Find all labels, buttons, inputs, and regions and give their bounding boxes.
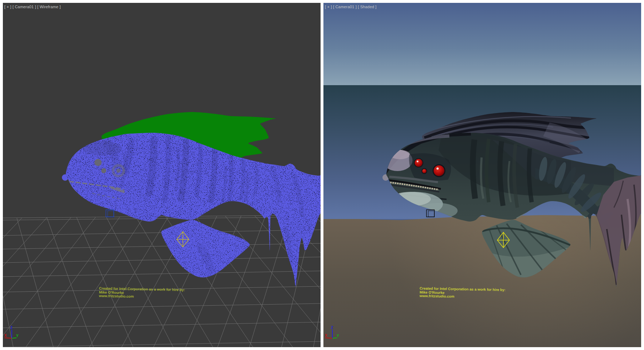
svg-text:X: X <box>325 334 327 337</box>
svg-text:Z: Z <box>10 326 13 330</box>
svg-text:X: X <box>4 334 7 337</box>
svg-text:Y: Y <box>337 334 339 338</box>
svg-text:Y: Y <box>16 334 19 338</box>
svg-text:Z: Z <box>331 326 333 330</box>
